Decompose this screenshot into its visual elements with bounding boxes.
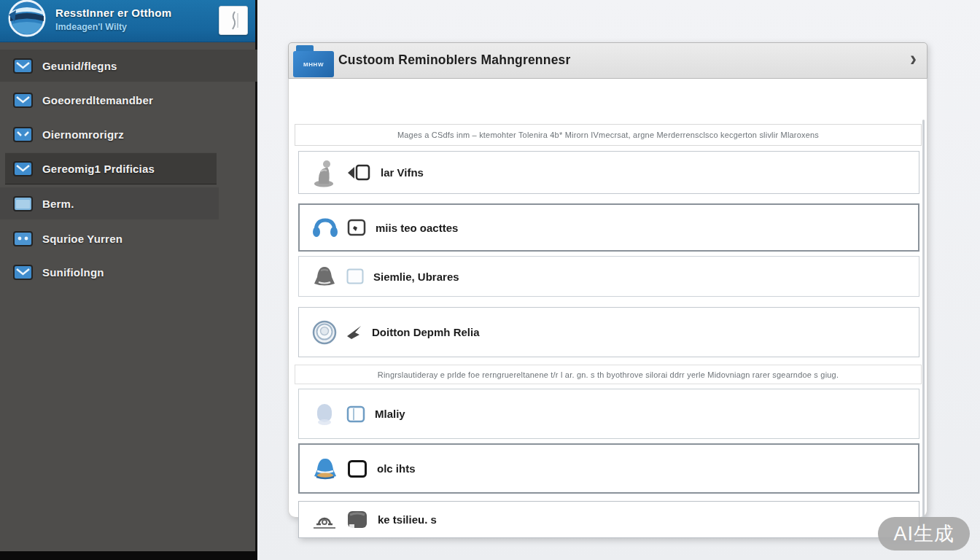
- reminders-card: MHHW Custoom Reminoblers Mahngrennesr › …: [288, 42, 928, 518]
- folder-icon: [13, 196, 33, 211]
- sidebar-item-5[interactable]: Squrioe Yurren: [0, 222, 257, 254]
- sidebar-item-0[interactable]: Geunid/flegns: [0, 50, 257, 82]
- sidebar-item-1[interactable]: Goeorerdltemandber: [0, 84, 257, 116]
- info-strip-1: Mages a CSdfs inm – ktemohter Tolenira 4…: [295, 124, 922, 146]
- sidebar-item-label: Sunifiolngn: [42, 266, 104, 279]
- reminder-label: ke tsilieu. s: [378, 513, 437, 526]
- mail-icon: [13, 127, 33, 142]
- bell-blue-icon: [310, 456, 341, 481]
- dark-square-icon: [346, 510, 369, 530]
- chevron-right-icon[interactable]: ›: [910, 46, 917, 71]
- reminder-label: lar Vifns: [381, 166, 424, 179]
- sidebar-header: ResstInner er Otthom Imdeagen'l Wilty: [0, 0, 255, 42]
- headphones-icon: [310, 216, 341, 239]
- info-text-2: Ringrslautideray e prlde foe rerngruerel…: [378, 370, 839, 379]
- sidebar-item-3[interactable]: Gereomig1 Prdificias: [5, 152, 217, 184]
- lock-outline-icon: [309, 510, 340, 530]
- speaker-checkbox-icon[interactable]: [346, 163, 372, 182]
- bell-gray-icon: [309, 265, 340, 288]
- app-subtitle: Imdeagen'l Wilty: [55, 22, 127, 32]
- card-body: Mages a CSdfs inm – ktemohter Tolenira 4…: [288, 79, 928, 518]
- statue-icon: [309, 158, 340, 187]
- sidebar-item-label: Oiernomrorigrz: [42, 128, 124, 141]
- mail-icon: [13, 161, 33, 176]
- sidebar-item-2[interactable]: Oiernomrorigrz: [0, 118, 257, 150]
- reminder-row[interactable]: olc ihts: [298, 443, 919, 494]
- info-text-1: Mages a CSdfs inm – ktemohter Tolenira 4…: [397, 131, 819, 139]
- checkbox-light-icon[interactable]: [346, 268, 365, 285]
- reminder-row[interactable]: ke tsilieu. s: [298, 501, 919, 538]
- sidebar-item-6[interactable]: Sunifiolngn: [0, 256, 257, 288]
- reminder-label: Doitton Depmh Relia: [372, 326, 480, 338]
- document-icon[interactable]: [219, 6, 248, 35]
- reminder-row[interactable]: Doitton Depmh Relia: [298, 307, 919, 357]
- ai-watermark-badge: AI生成: [878, 517, 970, 551]
- sidebar-item-label: Berm.: [42, 198, 74, 210]
- reminder-label: Mlaliy: [375, 408, 405, 420]
- checkbox-blue-icon[interactable]: [346, 405, 366, 424]
- card-title: Custoom Reminoblers Mahngrennesr: [338, 52, 571, 68]
- cursor-glyph-icon[interactable]: [346, 324, 363, 341]
- card-header[interactable]: MHHW Custoom Reminoblers Mahngrennesr ›: [288, 42, 928, 79]
- sidebar-item-4[interactable]: Berm.: [0, 187, 219, 219]
- reminder-label: Siemlie, Ubrares: [373, 271, 459, 283]
- folder-icon-label: MHHW: [303, 61, 324, 68]
- vertical-scrollbar[interactable]: [922, 120, 925, 539]
- sidebar-bottom-bar: [0, 551, 257, 560]
- screen: ResstInner er Otthom Imdeagen'l Wilty Ge…: [0, 0, 980, 560]
- sidebar-item-label: Goeorerdltemandber: [42, 94, 153, 106]
- app-logo-icon: [6, 0, 48, 39]
- reminder-label: miis teo oacttes: [376, 222, 458, 234]
- mail-icon: [13, 265, 33, 280]
- reminder-row[interactable]: lar Vifns: [298, 151, 919, 194]
- blob-icon: [309, 402, 340, 426]
- reminder-row[interactable]: Siemlie, Ubrares: [298, 256, 919, 297]
- sidebar-item-label: Geunid/flegns: [42, 60, 117, 72]
- knob-icon: [309, 319, 340, 346]
- sidebar-item-label: Gereomig1 Prdificias: [42, 163, 155, 175]
- checkbox-bold-icon[interactable]: [346, 459, 368, 479]
- sidebar-item-label: Squrioe Yurren: [42, 233, 122, 245]
- checkbox-marked-icon[interactable]: [346, 218, 367, 237]
- mail-icon: [13, 231, 33, 246]
- sidebar: ResstInner er Otthom Imdeagen'l Wilty Ge…: [0, 0, 257, 560]
- info-strip-2: Ringrslautideray e prlde foe rerngruerel…: [295, 365, 922, 384]
- reminder-label: olc ihts: [377, 462, 416, 475]
- app-title: ResstInner er Otthom: [55, 7, 171, 19]
- new-folder-icon: MHHW: [293, 45, 334, 77]
- mail-icon: [13, 93, 33, 108]
- reminder-row[interactable]: miis teo oacttes: [298, 203, 919, 252]
- mail-icon: [13, 58, 33, 74]
- reminder-row[interactable]: Mlaliy: [298, 389, 919, 439]
- main-area: MHHW Custoom Reminoblers Mahngrennesr › …: [260, 0, 980, 560]
